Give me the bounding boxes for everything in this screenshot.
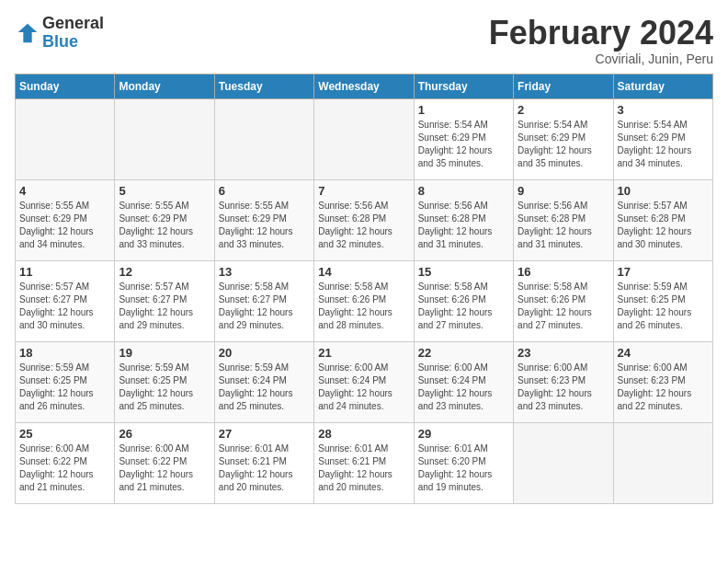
day-number: 8: [418, 184, 509, 198]
header-cell-wednesday: Wednesday: [314, 74, 414, 98]
header-cell-saturday: Saturday: [613, 74, 712, 98]
calendar-cell: [514, 422, 613, 503]
calendar-cell: 20Sunrise: 5:59 AM Sunset: 6:24 PM Dayli…: [214, 341, 313, 422]
day-number: 12: [119, 265, 210, 279]
calendar-week-row: 18Sunrise: 5:59 AM Sunset: 6:25 PM Dayli…: [16, 341, 713, 422]
calendar-body: 1Sunrise: 5:54 AM Sunset: 6:29 PM Daylig…: [16, 98, 713, 503]
calendar-cell: 23Sunrise: 6:00 AM Sunset: 6:23 PM Dayli…: [514, 341, 613, 422]
calendar-cell: 29Sunrise: 6:01 AM Sunset: 6:20 PM Dayli…: [414, 422, 513, 503]
calendar-week-row: 25Sunrise: 6:00 AM Sunset: 6:22 PM Dayli…: [16, 422, 713, 503]
day-info: Sunrise: 6:01 AM Sunset: 6:21 PM Dayligh…: [318, 442, 409, 494]
calendar-cell: 17Sunrise: 5:59 AM Sunset: 6:25 PM Dayli…: [613, 260, 712, 341]
calendar-cell: 11Sunrise: 5:57 AM Sunset: 6:27 PM Dayli…: [16, 260, 115, 341]
day-info: Sunrise: 5:57 AM Sunset: 6:27 PM Dayligh…: [119, 281, 210, 332]
calendar-week-row: 1Sunrise: 5:54 AM Sunset: 6:29 PM Daylig…: [16, 98, 713, 179]
month-title: February 2024: [489, 15, 713, 52]
day-info: Sunrise: 5:59 AM Sunset: 6:25 PM Dayligh…: [618, 281, 709, 332]
calendar-cell: [613, 422, 712, 503]
day-number: 7: [318, 184, 409, 198]
day-number: 19: [119, 346, 210, 360]
day-number: 24: [618, 346, 709, 360]
calendar-cell: 12Sunrise: 5:57 AM Sunset: 6:27 PM Dayli…: [115, 260, 214, 341]
day-info: Sunrise: 5:59 AM Sunset: 6:24 PM Dayligh…: [219, 362, 310, 413]
day-info: Sunrise: 5:56 AM Sunset: 6:28 PM Dayligh…: [518, 200, 609, 251]
day-number: 1: [418, 103, 509, 117]
calendar-cell: 5Sunrise: 5:55 AM Sunset: 6:29 PM Daylig…: [115, 179, 214, 260]
day-info: Sunrise: 5:58 AM Sunset: 6:27 PM Dayligh…: [219, 281, 310, 332]
day-info: Sunrise: 5:57 AM Sunset: 6:27 PM Dayligh…: [19, 281, 110, 332]
day-number: 22: [418, 346, 509, 360]
calendar-cell: [115, 98, 214, 179]
calendar-header: SundayMondayTuesdayWednesdayThursdayFrid…: [16, 74, 713, 98]
day-number: 21: [318, 346, 409, 360]
day-info: Sunrise: 5:56 AM Sunset: 6:28 PM Dayligh…: [318, 200, 409, 251]
header-cell-sunday: Sunday: [16, 74, 115, 98]
calendar-week-row: 11Sunrise: 5:57 AM Sunset: 6:27 PM Dayli…: [16, 260, 713, 341]
day-number: 14: [318, 265, 409, 279]
calendar-cell: [314, 98, 414, 179]
calendar-cell: 18Sunrise: 5:59 AM Sunset: 6:25 PM Dayli…: [16, 341, 115, 422]
day-info: Sunrise: 5:54 AM Sunset: 6:29 PM Dayligh…: [618, 119, 709, 170]
calendar-cell: 7Sunrise: 5:56 AM Sunset: 6:28 PM Daylig…: [314, 179, 414, 260]
day-info: Sunrise: 5:55 AM Sunset: 6:29 PM Dayligh…: [219, 200, 310, 251]
header-cell-thursday: Thursday: [414, 74, 513, 98]
day-info: Sunrise: 5:56 AM Sunset: 6:28 PM Dayligh…: [418, 200, 509, 251]
day-info: Sunrise: 6:01 AM Sunset: 6:21 PM Dayligh…: [219, 442, 310, 494]
header-cell-tuesday: Tuesday: [214, 74, 313, 98]
day-info: Sunrise: 5:54 AM Sunset: 6:29 PM Dayligh…: [418, 119, 509, 170]
day-info: Sunrise: 5:59 AM Sunset: 6:25 PM Dayligh…: [119, 362, 210, 413]
day-info: Sunrise: 5:57 AM Sunset: 6:28 PM Dayligh…: [618, 200, 709, 251]
calendar-cell: 6Sunrise: 5:55 AM Sunset: 6:29 PM Daylig…: [214, 179, 313, 260]
logo-blue-text: Blue: [42, 32, 78, 51]
day-info: Sunrise: 5:55 AM Sunset: 6:29 PM Dayligh…: [19, 200, 110, 251]
day-info: Sunrise: 5:58 AM Sunset: 6:26 PM Dayligh…: [318, 281, 409, 332]
calendar-cell: 19Sunrise: 5:59 AM Sunset: 6:25 PM Dayli…: [115, 341, 214, 422]
location-subtitle: Coviriali, Junin, Peru: [489, 52, 713, 66]
day-number: 28: [318, 427, 409, 441]
day-number: 27: [219, 427, 310, 441]
calendar-cell: 2Sunrise: 5:54 AM Sunset: 6:29 PM Daylig…: [514, 98, 613, 179]
calendar-table: SundayMondayTuesdayWednesdayThursdayFrid…: [15, 74, 713, 504]
day-number: 13: [219, 265, 310, 279]
calendar-cell: 25Sunrise: 6:00 AM Sunset: 6:22 PM Dayli…: [16, 422, 115, 503]
day-number: 20: [219, 346, 310, 360]
calendar-cell: 9Sunrise: 5:56 AM Sunset: 6:28 PM Daylig…: [514, 179, 613, 260]
day-number: 15: [418, 265, 509, 279]
calendar-cell: [214, 98, 313, 179]
day-number: 26: [119, 427, 210, 441]
day-info: Sunrise: 5:58 AM Sunset: 6:26 PM Dayligh…: [518, 281, 609, 332]
logo-general-text: General: [42, 14, 104, 32]
day-number: 17: [618, 265, 709, 279]
title-block: February 2024 Coviriali, Junin, Peru: [489, 15, 713, 66]
day-info: Sunrise: 6:00 AM Sunset: 6:24 PM Dayligh…: [318, 362, 409, 413]
day-number: 10: [618, 184, 709, 198]
day-info: Sunrise: 5:59 AM Sunset: 6:25 PM Dayligh…: [19, 362, 110, 413]
logo-icon: [15, 20, 40, 46]
day-info: Sunrise: 6:00 AM Sunset: 6:23 PM Dayligh…: [518, 362, 609, 413]
page-header: General Blue February 2024 Coviriali, Ju…: [15, 15, 713, 66]
calendar-cell: [16, 98, 115, 179]
day-info: Sunrise: 5:55 AM Sunset: 6:29 PM Dayligh…: [119, 200, 210, 251]
calendar-cell: 1Sunrise: 5:54 AM Sunset: 6:29 PM Daylig…: [414, 98, 513, 179]
calendar-cell: 24Sunrise: 6:00 AM Sunset: 6:23 PM Dayli…: [613, 341, 712, 422]
calendar-cell: 26Sunrise: 6:00 AM Sunset: 6:22 PM Dayli…: [115, 422, 214, 503]
calendar-cell: 13Sunrise: 5:58 AM Sunset: 6:27 PM Dayli…: [214, 260, 313, 341]
calendar-cell: 8Sunrise: 5:56 AM Sunset: 6:28 PM Daylig…: [414, 179, 513, 260]
day-number: 6: [219, 184, 310, 198]
day-info: Sunrise: 5:58 AM Sunset: 6:26 PM Dayligh…: [418, 281, 509, 332]
calendar-week-row: 4Sunrise: 5:55 AM Sunset: 6:29 PM Daylig…: [16, 179, 713, 260]
calendar-cell: 22Sunrise: 6:00 AM Sunset: 6:24 PM Dayli…: [414, 341, 513, 422]
calendar-cell: 15Sunrise: 5:58 AM Sunset: 6:26 PM Dayli…: [414, 260, 513, 341]
day-number: 3: [618, 103, 709, 117]
day-number: 23: [518, 346, 609, 360]
header-row: SundayMondayTuesdayWednesdayThursdayFrid…: [16, 74, 713, 98]
logo: General Blue: [15, 15, 104, 52]
day-number: 16: [518, 265, 609, 279]
day-number: 5: [119, 184, 210, 198]
day-info: Sunrise: 5:54 AM Sunset: 6:29 PM Dayligh…: [518, 119, 609, 170]
calendar-cell: 4Sunrise: 5:55 AM Sunset: 6:29 PM Daylig…: [16, 179, 115, 260]
header-cell-monday: Monday: [115, 74, 214, 98]
header-cell-friday: Friday: [514, 74, 613, 98]
calendar-cell: 28Sunrise: 6:01 AM Sunset: 6:21 PM Dayli…: [314, 422, 414, 503]
calendar-cell: 27Sunrise: 6:01 AM Sunset: 6:21 PM Dayli…: [214, 422, 313, 503]
